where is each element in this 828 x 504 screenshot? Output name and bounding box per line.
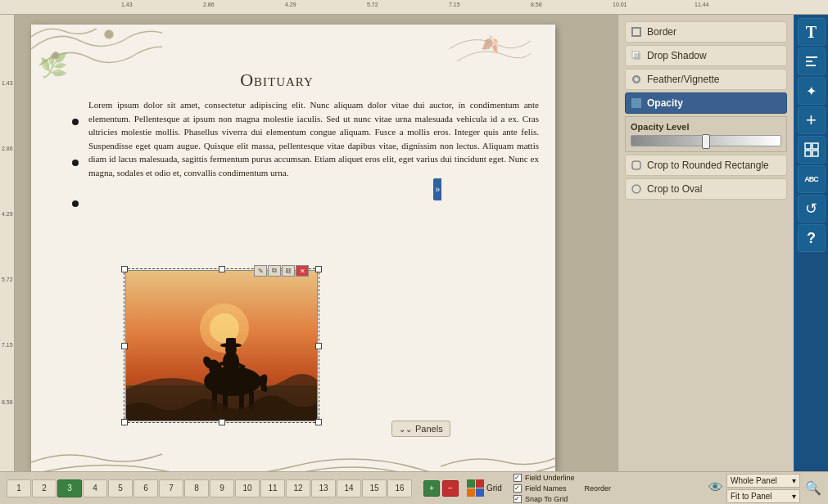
page-tab-8[interactable]: 8	[184, 479, 209, 497]
page-tab-5[interactable]: 5	[108, 479, 133, 497]
mini-link-btn[interactable]: ⛓	[282, 265, 295, 277]
canvas-area[interactable]: 🌿 🍂 Obituary	[15, 15, 618, 471]
svg-rect-23	[634, 53, 640, 60]
drop-shadow-icon	[631, 50, 642, 61]
opacity-slider[interactable]	[631, 135, 781, 146]
mini-close-btn[interactable]: ✕	[296, 265, 309, 277]
feather-icon	[631, 74, 642, 85]
border-icon	[631, 26, 642, 38]
svg-rect-11	[239, 389, 244, 410]
bullet-1	[72, 119, 79, 125]
opacity-label: Opacity Level	[631, 122, 781, 132]
cowboy-image	[126, 271, 318, 421]
page-tab-13[interactable]: 13	[311, 479, 336, 497]
fit-to-panel-select[interactable]: Fit to Panel ▾	[726, 489, 800, 503]
field-underline-label: Field Underline	[525, 474, 575, 482]
field-underline-row: ✓ Field Underline	[514, 474, 575, 482]
ruler-h-inner: 1.43 2.86 4.29 5.72 7.15 8.58 10.01 11.4…	[39, 0, 828, 14]
mini-edit-btn[interactable]: ✎	[254, 265, 267, 277]
page-tab-6[interactable]: 6	[133, 479, 158, 497]
view-eye-icon[interactable]: 👁	[708, 479, 723, 497]
snap-to-grid-label: Snap To Grid	[525, 495, 568, 503]
effect-drop-shadow[interactable]: Drop Shadow	[625, 45, 787, 66]
page-tab-2[interactable]: 2	[32, 479, 57, 497]
page-tab-1[interactable]: 1	[7, 479, 31, 497]
svg-rect-18	[226, 338, 236, 346]
effects-panel: Border Drop Shadow	[618, 15, 794, 471]
whole-panel-label: Whole Panel	[731, 476, 777, 485]
svg-point-26	[636, 79, 637, 80]
page: 🌿 🍂 Obituary	[31, 25, 555, 471]
opacity-thumb[interactable]	[702, 134, 710, 149]
field-names-row: ✓ Field Names	[514, 484, 575, 493]
align-tool[interactable]	[798, 47, 826, 75]
opacity-level-section: Opacity Level	[625, 116, 787, 152]
field-underline-check[interactable]: ✓	[514, 474, 522, 482]
add-page-btn[interactable]: +	[423, 480, 440, 497]
sq-blue	[476, 488, 484, 497]
page-tab-11[interactable]: 11	[260, 479, 285, 497]
effect-feather[interactable]: Feather/Vignette	[625, 69, 787, 90]
magic-tool[interactable]: ✦	[798, 77, 826, 105]
effect-crop-oval[interactable]: Crop to Oval	[625, 178, 787, 200]
svg-rect-30	[631, 98, 641, 108]
content-area: 1.43 2.86 4.29 5.72 7.15 8.58	[0, 15, 828, 471]
svg-point-0	[105, 30, 113, 38]
crop-rounded-icon	[631, 160, 642, 171]
page-tab-3[interactable]: 3	[57, 479, 82, 497]
effect-crop-rounded[interactable]: Crop to Rounded Rectangle	[625, 155, 787, 176]
mini-copy-btn[interactable]: ⧉	[268, 265, 281, 277]
page-tab-7[interactable]: 7	[159, 479, 183, 497]
grid-label: Grid	[486, 484, 502, 493]
effect-border[interactable]: Border	[625, 21, 787, 43]
page-tab-16[interactable]: 16	[387, 479, 412, 497]
fit-to-panel-label: Fit to Panel	[731, 492, 772, 501]
page-tab-12[interactable]: 12	[286, 479, 310, 497]
magnifier-icon[interactable]: 🔍	[805, 480, 821, 496]
page-add-remove: + −	[423, 480, 459, 497]
whole-panel-select[interactable]: Whole Panel ▾	[726, 474, 800, 488]
bullet-3	[72, 200, 79, 207]
page-tab-10[interactable]: 10	[235, 479, 260, 497]
view-controls: 👁 Whole Panel ▾ Fit to Panel ▾ 🔍	[708, 474, 821, 503]
help-tool[interactable]: ?	[798, 224, 826, 252]
page-tab-15[interactable]: 15	[362, 479, 387, 497]
snap-to-grid-row: ✓ Snap To Grid	[514, 495, 575, 503]
sq-green	[467, 479, 475, 488]
ruler-horizontal: 1.43 2.86 4.29 5.72 7.15 8.58 10.01 11.4…	[0, 0, 828, 15]
svg-rect-21	[632, 28, 640, 36]
distribute-tool[interactable]	[798, 136, 826, 164]
panels-toggle[interactable]: ⌄⌄ Panels	[391, 421, 450, 437]
image-frame[interactable]	[125, 270, 318, 421]
crop-oval-icon	[631, 183, 642, 195]
field-names-label: Field Names	[525, 484, 567, 493]
snap-to-grid-check[interactable]: ✓	[514, 495, 522, 503]
reorder-section: Reorder	[584, 484, 611, 493]
page-tab-14[interactable]: 14	[337, 479, 361, 497]
svg-rect-39	[812, 151, 818, 156]
add-tool[interactable]: +	[798, 106, 826, 134]
remove-page-btn[interactable]: −	[442, 480, 459, 497]
body-text: Lorem ipsum dolor sit amet, consectetur …	[88, 98, 539, 179]
panel-toggle-arrow[interactable]: »	[433, 178, 441, 200]
deco-top-right: 🍂	[449, 25, 531, 74]
ruler-vertical: 1.43 2.86 4.29 5.72 7.15 8.58	[0, 15, 15, 471]
svg-point-32	[632, 185, 640, 193]
text-tool[interactable]: T	[798, 18, 826, 46]
checkboxes: ✓ Field Underline ✓ Field Names ✓ Snap T…	[514, 474, 575, 503]
sq-red	[476, 479, 484, 488]
page-tab-4[interactable]: 4	[83, 479, 107, 497]
obituary-title: Obituary	[31, 70, 523, 91]
svg-text:🍂: 🍂	[481, 35, 500, 53]
reorder-squares	[467, 479, 484, 497]
effect-opacity[interactable]: Opacity	[625, 92, 787, 114]
page-tab-9[interactable]: 9	[210, 479, 234, 497]
field-names-check[interactable]: ✓	[514, 484, 522, 493]
svg-rect-38	[805, 151, 811, 156]
app: 1.43 2.86 4.29 5.72 7.15 8.58 10.01 11.4…	[0, 0, 828, 504]
reorder-label: Reorder	[584, 484, 611, 493]
abc-tool[interactable]: ABC	[798, 165, 826, 193]
deco-bottom	[31, 442, 555, 471]
rotate-tool[interactable]: ↺	[798, 195, 826, 223]
mini-toolbar: ✎ ⧉ ⛓ ✕	[254, 265, 309, 277]
